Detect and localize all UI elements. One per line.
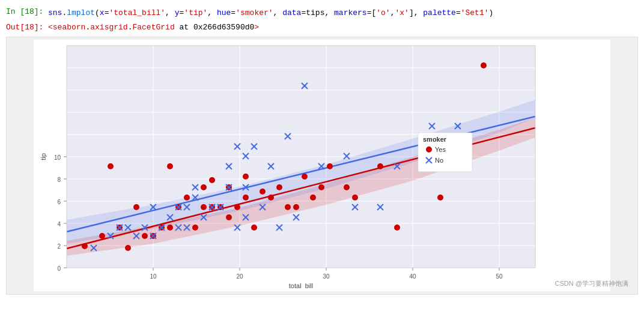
output-bracket-close: > (254, 23, 259, 32)
cell-output: Out[18]: <seaborn.axisgrid.FacetGrid at … (0, 22, 644, 33)
y-tick-6: 6 (57, 199, 61, 205)
point-yes (344, 184, 350, 190)
cell-code: sns.lmplot(x='total_bill', y='tip', hue=… (48, 7, 493, 19)
point-yes (481, 62, 487, 68)
point-yes (125, 245, 131, 251)
point-yes (209, 177, 215, 183)
y-tick-2: 2 (57, 243, 61, 250)
legend-no-label: No (435, 157, 443, 164)
code-str-palette: 'Set1' (461, 8, 489, 17)
x-tick-20: 20 (236, 273, 243, 280)
point-yes (318, 184, 324, 190)
point-yes (302, 174, 308, 180)
output-text: <seaborn.axisgrid.FacetGrid at 0x266d635… (48, 23, 259, 32)
point-yes (268, 195, 274, 201)
y-tick-0: 0 (57, 265, 61, 272)
code-str-x: 'x' (395, 8, 409, 17)
point-yes (108, 163, 114, 169)
code-method: lmplot (67, 8, 95, 17)
point-yes (243, 195, 249, 201)
point-yes (184, 195, 190, 201)
point-yes (327, 163, 333, 169)
watermark: CSDN @学习要精神饱满 (555, 279, 628, 288)
point-yes (293, 204, 299, 210)
cell-output-label: Out[18]: (6, 23, 48, 32)
x-tick-40: 40 (409, 273, 416, 280)
point-yes (310, 195, 316, 201)
point-yes (201, 204, 207, 210)
point-yes (352, 195, 358, 201)
legend-yes-label: Yes (435, 146, 446, 153)
code-param-palette: palette (423, 8, 456, 17)
legend-title: smoker (423, 136, 447, 143)
code-param-y: y (175, 8, 180, 17)
point-yes (285, 204, 291, 210)
point-yes (377, 163, 383, 169)
code-str-x: 'total_bill' (109, 8, 165, 17)
output-module: axisgrid (90, 23, 127, 32)
point-yes (251, 225, 257, 231)
output-class: seaborn (53, 23, 86, 32)
point-yes (234, 204, 240, 210)
legend-yes-icon (426, 146, 432, 152)
x-tick-30: 30 (323, 273, 330, 280)
point-yes (142, 233, 148, 239)
point-yes (82, 243, 88, 249)
scatter-plot: 0 2 4 6 8 10 10 20 30 40 50 (34, 40, 610, 289)
point-yes (226, 214, 232, 220)
code-param-markers: markers (334, 8, 367, 17)
point-yes (260, 189, 266, 195)
code-function: sns (48, 8, 62, 17)
point-yes (99, 233, 105, 239)
x-tick-10: 10 (150, 273, 157, 280)
output-class2: FacetGrid (132, 23, 174, 32)
code-param-hue: hue (217, 8, 231, 17)
y-axis-label: tip (40, 153, 47, 160)
code-param-x: x (100, 8, 105, 17)
y-tick-8: 8 (57, 177, 61, 183)
code-str-hue: 'smoker' (235, 8, 273, 17)
code-str-y: 'tip' (184, 8, 207, 17)
point-yes (276, 184, 282, 190)
code-str-o: 'o' (376, 8, 390, 17)
point-yes (201, 184, 207, 190)
code-param-data: data (282, 8, 301, 17)
y-tick-4: 4 (57, 221, 61, 228)
point-yes (437, 195, 443, 201)
output-bracket-open: < (48, 23, 53, 32)
notebook-cell: In [18]: sns.lmplot(x='total_bill', y='t… (0, 0, 644, 306)
cell-input-label: In [18]: (6, 7, 48, 16)
plot-container: 0 2 4 6 8 10 10 20 30 40 50 (34, 40, 610, 291)
point-yes (394, 225, 400, 231)
x-axis-label: total_bill (289, 282, 313, 289)
point-yes (133, 204, 139, 210)
point-yes (243, 174, 249, 180)
point-yes (167, 225, 173, 231)
x-tick-50: 50 (496, 273, 503, 280)
cell-input: In [18]: sns.lmplot(x='total_bill', y='t… (0, 5, 644, 22)
y-tick-10: 10 (54, 154, 61, 161)
point-yes (192, 225, 198, 231)
point-yes (167, 163, 173, 169)
plot-area: 0 2 4 6 8 10 10 20 30 40 50 (6, 37, 638, 295)
